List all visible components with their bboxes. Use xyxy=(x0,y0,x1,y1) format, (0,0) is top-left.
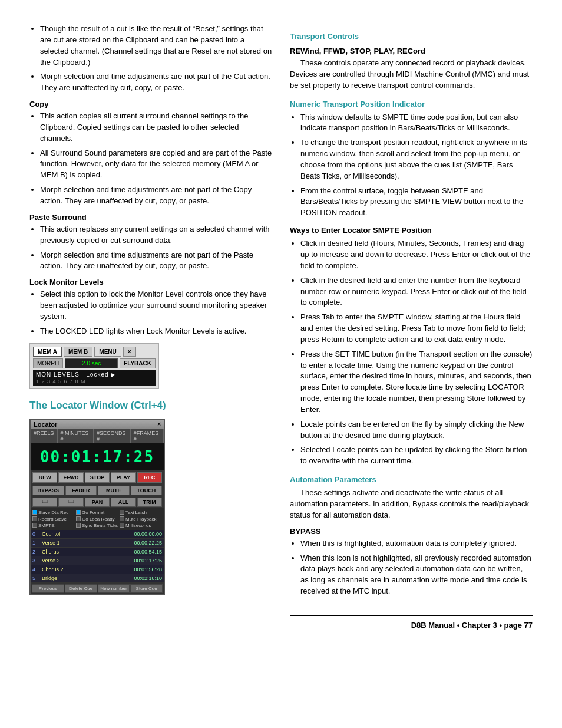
bypass-button[interactable]: BYPASS xyxy=(32,486,64,495)
checkbox-label: SMPTE xyxy=(38,523,55,528)
rew-button[interactable]: REW xyxy=(32,472,57,483)
checkbox-smpte[interactable]: SMPTE xyxy=(32,523,75,528)
locator-title-text: Locator xyxy=(34,421,57,428)
locator-checkboxes: Slave Dta Rec Go Format Taxi Latch Recor… xyxy=(31,508,164,530)
new-number-button[interactable]: New number xyxy=(98,584,130,593)
rec-button[interactable]: REC xyxy=(137,472,162,483)
lock-bullet-1: Select this option to lock the Monitor L… xyxy=(40,289,272,322)
close-button[interactable]: × xyxy=(123,347,136,357)
checkbox-icon xyxy=(32,516,37,521)
tab-frames[interactable]: #FRAMES # xyxy=(131,429,164,443)
checkbox-label: Slave Dta Rec xyxy=(38,510,68,515)
table-row[interactable]: 2 Chorus 00:00:54:15 xyxy=(31,547,164,556)
numeric-bullet-3: From the control surface, toggle between… xyxy=(300,186,533,219)
ways-bullet-1: Click in desired field (Hours, Minutes, … xyxy=(300,238,533,272)
table-row[interactable]: 1 Verse 1 00:00:22:25 xyxy=(31,538,164,547)
lock-bullet-2: The LOCKED LED lights when Lock Monitor … xyxy=(40,326,272,337)
mon-levels-display: MON LEVELS Locked ▶ 1 2 3 4 5 6 7 8 M xyxy=(33,370,156,386)
locator-row3: □□ □□ PAN ALL TRIM xyxy=(31,496,164,508)
checkbox-label: Go Loca Ready xyxy=(82,516,115,522)
cue-time: 00:00:54:15 xyxy=(95,547,164,556)
checkbox-sync-beats[interactable]: Sync Beats Ticks xyxy=(76,523,118,528)
locator-time-display[interactable]: 00:01:17:25 xyxy=(31,443,164,470)
page-container: Though the result of a cut is like the r… xyxy=(0,0,562,653)
menu-button[interactable]: MENU xyxy=(94,347,121,357)
mute-button[interactable]: MUTE xyxy=(98,486,130,495)
checkbox-go-format[interactable]: Go Format xyxy=(76,510,118,515)
delete-cue-button[interactable]: Delete Cue xyxy=(65,584,97,593)
previous-button[interactable]: Previous xyxy=(32,584,64,593)
tab-minutes[interactable]: # MINUTES # xyxy=(58,429,94,443)
checkbox-icon xyxy=(76,516,81,521)
ways-bullet-6: Selected Locate points can be updated by… xyxy=(300,444,533,467)
cue-number: 4 xyxy=(31,565,40,574)
tab-reels[interactable]: #REELS xyxy=(31,429,58,443)
locator-row2: BYPASS FADER MUTE TOUCH xyxy=(31,485,164,496)
lock-heading: Lock Monitor Levels xyxy=(29,278,272,286)
checkbox-label: Go Format xyxy=(82,510,104,515)
checkbox-icon xyxy=(120,516,124,521)
touch-button[interactable]: TOUCH xyxy=(131,486,163,495)
automation-heading: Automation Parameters xyxy=(290,475,533,484)
locator-window: Locator × #REELS # MINUTES # #SECONDS # … xyxy=(29,419,165,595)
checkbox-go-loca-ready[interactable]: Go Loca Ready xyxy=(76,516,118,522)
locator-window-title: The Locator Window (Ctrl+4) xyxy=(29,400,272,411)
all-button[interactable]: ALL xyxy=(111,498,135,507)
stop-button[interactable]: STOP xyxy=(85,472,110,483)
ways-heading: Ways to Enter Locator SMPTE Position xyxy=(290,226,533,235)
page-footer: D8B Manual • Chapter 3 • page 77 xyxy=(290,615,533,630)
mem-b-button[interactable]: MEM B xyxy=(64,347,92,357)
checkbox-record-slave[interactable]: Record Slave xyxy=(32,516,75,522)
mem-a-button[interactable]: MEM A xyxy=(33,347,62,357)
intro-bullet-1: Though the result of a cut is like the r… xyxy=(40,24,272,68)
locator-close-icon[interactable]: × xyxy=(157,421,161,427)
cue-number: 0 xyxy=(31,530,40,539)
checkbox-milliseconds[interactable]: Milliseconds xyxy=(120,523,162,528)
trim-button[interactable]: TRIM xyxy=(137,498,162,507)
icon-btn-2[interactable]: □□ xyxy=(58,498,83,507)
checkbox-label: Mute Playback xyxy=(125,516,156,522)
checkbox-taxi-latch[interactable]: Taxi Latch xyxy=(120,510,162,515)
table-row[interactable]: 3 Verse 2 00:01:17:25 xyxy=(31,556,164,565)
pan-button[interactable]: PAN xyxy=(85,498,110,507)
locator-tabs: #REELS # MINUTES # #SECONDS # #FRAMES # xyxy=(31,429,164,443)
left-column: Though the result of a cut is like the r… xyxy=(29,24,272,630)
paste-heading: Paste Surround xyxy=(29,213,272,222)
checkbox-icon xyxy=(76,510,81,515)
morph-value: 2.0 sec xyxy=(65,358,118,368)
checkbox-slave-dta-rec[interactable]: Slave Dta Rec xyxy=(32,510,75,515)
paste-bullet-2: Morph selection and time adjustments are… xyxy=(40,250,272,272)
tab-seconds[interactable]: #SECONDS # xyxy=(94,429,131,443)
cue-number: 5 xyxy=(31,574,40,582)
checkbox-icon xyxy=(32,523,37,528)
ffwd-button[interactable]: FFWD xyxy=(58,472,83,483)
checkbox-icon xyxy=(76,523,81,528)
checkbox-label: Milliseconds xyxy=(125,523,151,528)
cue-time: 00:01:17:25 xyxy=(95,556,164,565)
checkbox-label: Taxi Latch xyxy=(125,510,147,515)
cue-name: Verse 1 xyxy=(40,538,95,547)
footer-text: D8B Manual • Chapter 3 • page 77 xyxy=(411,621,533,630)
play-button[interactable]: PLAY xyxy=(111,472,135,483)
flyback-button[interactable]: FLYBACK xyxy=(120,358,156,368)
cue-name: Bridge xyxy=(40,574,95,582)
ways-bullets: Click in desired field (Hours, Minutes, … xyxy=(290,238,533,467)
morph-button[interactable]: MORPH xyxy=(33,358,63,368)
locator-bottom-buttons: Previous Delete Cue New number Store Cue xyxy=(31,583,164,594)
checkbox-icon xyxy=(120,510,124,515)
icon-btn-1[interactable]: □□ xyxy=(32,498,57,507)
automation-para: These settings activate and deactivate t… xyxy=(290,487,533,521)
table-row[interactable]: 0 Countoff 00:00:00:00 xyxy=(31,530,164,539)
checkbox-mute-playback[interactable]: Mute Playback xyxy=(120,516,162,522)
store-cue-button[interactable]: Store Cue xyxy=(130,584,163,593)
locator-transport-row: REW FFWD STOP PLAY REC xyxy=(31,470,164,485)
locator-titlebar: Locator × xyxy=(31,420,164,429)
intro-bullets: Though the result of a cut is like the r… xyxy=(29,24,272,94)
table-row[interactable]: 4 Chorus 2 00:01:56:28 xyxy=(31,565,164,574)
checkbox-icon xyxy=(32,510,37,515)
transport-para: These controls operate any connected rec… xyxy=(290,58,533,91)
ways-bullet-4: Press the SET TIME button (in the Transp… xyxy=(300,349,533,416)
fader-button[interactable]: FADER xyxy=(65,486,97,495)
checkbox-icon xyxy=(120,523,124,528)
table-row[interactable]: 5 Bridge 00:02:18:10 xyxy=(31,574,164,582)
